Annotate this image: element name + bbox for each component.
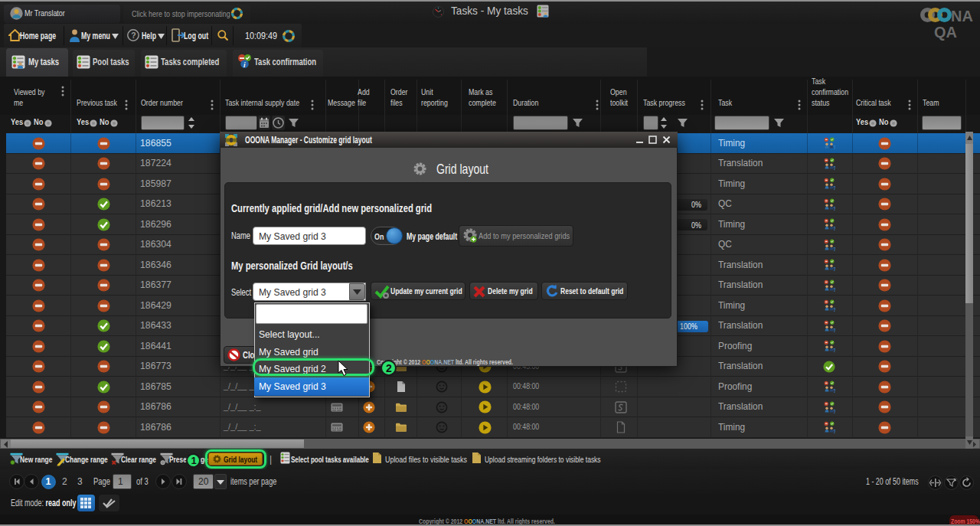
svg-text:?: ? xyxy=(833,307,835,312)
svg-text:?: ? xyxy=(833,429,835,433)
svg-text:?: ? xyxy=(833,328,835,332)
svg-text:?: ? xyxy=(833,287,835,292)
svg-text:?: ? xyxy=(833,348,835,352)
svg-text:?: ? xyxy=(833,247,835,251)
svg-text:?: ? xyxy=(833,409,835,413)
svg-text:?: ? xyxy=(833,206,835,211)
svg-text:?: ? xyxy=(131,31,136,40)
svg-text:?: ? xyxy=(833,266,835,271)
svg-text:?: ? xyxy=(833,388,835,393)
svg-text:?: ? xyxy=(833,165,835,170)
svg-text:?: ? xyxy=(833,185,835,190)
svg-text:?: ? xyxy=(833,145,835,149)
svg-text:?: ? xyxy=(833,226,835,230)
